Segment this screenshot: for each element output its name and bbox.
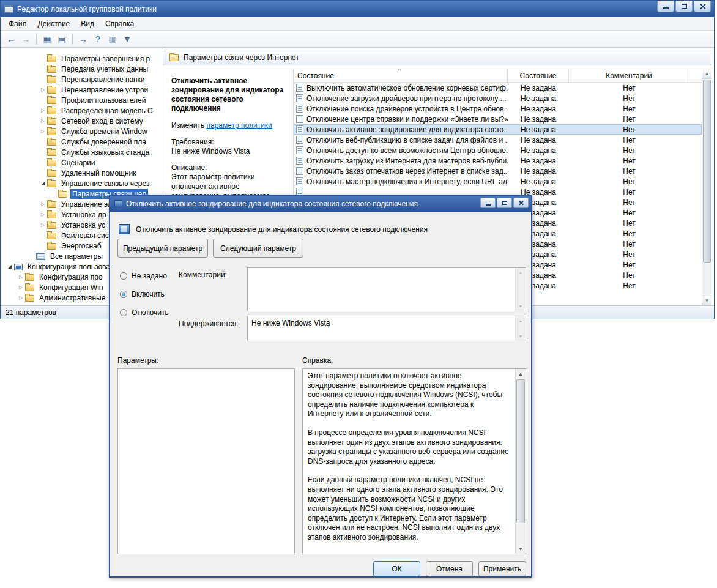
tree-item[interactable]: Сценарии [1, 157, 162, 168]
export-list-icon[interactable]: ▤ [55, 32, 69, 46]
expand-expander-icon[interactable]: ▷ [39, 128, 47, 134]
expand-expander-icon[interactable]: ▷ [39, 222, 47, 228]
column-header-state[interactable]: Состояние [508, 69, 569, 82]
scroll-up-icon[interactable]: ▲ [702, 69, 711, 79]
dialog-maximize-button[interactable] [497, 198, 512, 208]
settings-list-row[interactable]: Отключение центра справки и поддержки «З… [294, 114, 702, 124]
setting-name-cell: Отключение поиска драйверов устройств в … [294, 105, 508, 113]
menu-item[interactable]: Вид [75, 18, 100, 30]
column-header-name[interactable]: Состояние^ [294, 69, 508, 82]
expand-expander-icon[interactable]: ▷ [39, 201, 47, 207]
settings-list-row[interactable]: Отключение поиска драйверов устройств в … [294, 103, 702, 114]
radio-enabled[interactable]: Включить [120, 289, 169, 300]
settings-list-row[interactable]: Отключение загрузки драйверов принтера п… [294, 93, 702, 103]
tree-item[interactable]: Службы языковых станда [1, 147, 162, 157]
settings-list-row[interactable]: Отключить доступ ко всем возможностям Це… [294, 145, 702, 155]
dialog-minimize-button[interactable] [480, 198, 496, 208]
scroll-down-icon[interactable]: ▼ [516, 302, 526, 311]
minimize-button[interactable] [657, 1, 674, 12]
tree-item[interactable]: ▷Сетевой вход в систему [1, 116, 162, 126]
comment-textbox[interactable]: ▲ ▼ [247, 267, 526, 311]
radio-not-configured[interactable]: Не задано [120, 270, 169, 281]
setting-name: Выключить автоматическое обновление корн… [306, 84, 508, 92]
help-scrollbar[interactable]: ▲ ▼ [515, 369, 526, 554]
expand-expander-icon[interactable]: ▷ [39, 87, 47, 92]
tree-item-label: Перенаправление устрой [59, 85, 150, 95]
menu-item[interactable]: Файл [3, 18, 32, 30]
tree-item[interactable]: Передача учетных данны [1, 64, 162, 74]
menu-item[interactable]: Справка [100, 18, 139, 30]
scroll-down-icon[interactable]: ▼ [516, 332, 526, 341]
settings-list-row[interactable]: Выключить автоматическое обновление корн… [294, 83, 702, 93]
edit-policy-link[interactable]: параметр политики [206, 121, 272, 130]
column-header-comment[interactable]: Комментарий [569, 69, 689, 82]
tree-item[interactable]: ▷Служба времени Window [1, 126, 162, 136]
tree-item[interactable]: Параметры завершения р [1, 53, 162, 64]
dialog-titlebar[interactable]: Отключить активное зондирование для инди… [110, 196, 531, 212]
settings-list-row[interactable]: Отключить мастер подключения к Интернету… [294, 176, 702, 187]
settings-list-row[interactable]: Отключить веб-публикацию в списке задач … [294, 135, 702, 145]
collapse-expander-icon[interactable]: ◢ [39, 180, 47, 186]
radio-not-configured-input[interactable] [120, 272, 127, 280]
policy-setting-icon [296, 105, 303, 113]
tree-item[interactable]: ▷Распределенная модель C [1, 105, 162, 116]
tree-item-label: Службы доверенной пла [59, 137, 148, 147]
expand-expander-icon[interactable]: ▷ [39, 118, 47, 124]
expand-expander-icon[interactable]: ▷ [39, 108, 47, 113]
cancel-button[interactable]: Отмена [426, 561, 473, 576]
status-text: 21 параметров [6, 308, 56, 317]
radio-disabled-input[interactable] [120, 309, 127, 316]
tree-item[interactable]: ◢Управление связью через [1, 178, 162, 188]
scroll-up-icon[interactable]: ▲ [516, 268, 526, 277]
supported-on-textbox[interactable]: Не ниже Windows Vista ▲ ▼ [247, 316, 526, 341]
filter-icon[interactable]: ▼ [121, 32, 134, 46]
ok-button[interactable]: ОК [373, 561, 420, 576]
radio-enabled-input[interactable] [120, 291, 127, 298]
window-titlebar[interactable]: Редактор локальной групповой политики [1, 1, 714, 17]
expand-expander-icon[interactable]: ▷ [17, 295, 25, 300]
settings-list-row[interactable]: Отключить активное зондирование для инди… [294, 124, 702, 135]
back-icon[interactable]: ← [4, 32, 18, 46]
previous-setting-button[interactable]: Предыдущий параметр [117, 239, 208, 258]
show-console-tree-icon[interactable]: ▦ [40, 32, 54, 46]
apply-button[interactable]: Применить [478, 561, 526, 576]
list-vertical-scrollbar[interactable]: ▲ ▼ [702, 69, 711, 305]
comment-scrollbar[interactable]: ▲ ▼ [515, 268, 526, 311]
supported-scrollbar[interactable]: ▲ ▼ [515, 316, 526, 341]
menu-item[interactable]: Действие [32, 18, 76, 30]
scrollbar-thumb[interactable] [516, 379, 525, 523]
tree-item[interactable]: Удаленный помощник [1, 168, 162, 178]
window-title: Редактор локальной групповой политики [17, 5, 157, 13]
extended-pane-icon[interactable]: ▥ [106, 32, 119, 46]
scroll-down-icon[interactable]: ▼ [516, 544, 526, 554]
policy-setting-icon [296, 157, 303, 165]
collapse-expander-icon[interactable]: ◢ [6, 264, 14, 269]
expand-expander-icon[interactable]: ▷ [17, 274, 25, 280]
expand-expander-icon[interactable]: ▷ [17, 285, 25, 290]
tree-item[interactable]: Службы доверенной пла [1, 136, 162, 147]
tree-item-label: Административные [37, 293, 107, 303]
settings-list-row[interactable]: Отключить загрузку из Интернета для маст… [294, 155, 702, 166]
radio-disabled[interactable]: Отключить [120, 307, 169, 318]
pane-header: Параметры связи через Интернет [163, 50, 711, 65]
settings-list-row[interactable]: Отключить заказ отпечатков через Интерне… [294, 166, 702, 176]
forward-icon[interactable]: → [19, 32, 32, 46]
dialog-close-button[interactable] [513, 198, 529, 208]
help-icon[interactable]: ? [91, 32, 105, 46]
close-button[interactable] [694, 1, 711, 12]
tree-item[interactable]: ▷Перенаправление устрой [1, 84, 162, 95]
scroll-up-icon[interactable]: ▲ [516, 316, 526, 326]
scroll-down-icon[interactable]: ▼ [702, 296, 711, 305]
relink-icon[interactable]: → [76, 32, 90, 46]
description-label: Описание: [171, 163, 287, 172]
maximize-button[interactable] [675, 1, 693, 12]
tree-item[interactable]: Профили пользователей [1, 95, 162, 105]
scroll-up-icon[interactable]: ▲ [516, 369, 526, 379]
column-header-filler [689, 69, 702, 82]
tree-item[interactable]: Перенаправление папки [1, 74, 162, 84]
setting-comment: Нет [569, 240, 689, 248]
expand-expander-icon[interactable]: ▷ [39, 212, 47, 217]
scrollbar-thumb[interactable] [703, 80, 711, 263]
tree-item-label: Сетевой вход в систему [59, 116, 145, 126]
next-setting-button[interactable]: Следующий параметр [213, 239, 303, 258]
